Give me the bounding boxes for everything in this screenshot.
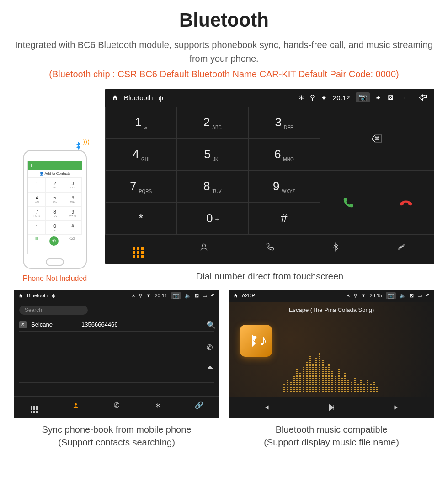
call-actions [320,171,434,235]
phone-caption: Phone Not Included [14,274,96,283]
call-button[interactable] [341,195,354,210]
app-name: A2DP [242,293,255,298]
volume-icon[interactable]: 🔈 [400,293,406,299]
call-icon[interactable]: ✆ [207,343,216,352]
key-star[interactable]: * [105,203,177,235]
key-8[interactable]: 8TUV [177,171,249,203]
usb-icon: ψ [52,293,55,298]
camera-icon[interactable]: 📷 [356,92,370,102]
add-contacts-row: 👤 Add to Contacts [28,170,82,178]
recents-icon[interactable]: ▭ [203,293,207,299]
back-icon[interactable] [418,92,428,103]
recents-icon[interactable]: ▭ [417,293,422,299]
track-title: Escape (The Pina Colada Song) [229,302,434,318]
contact-initial: S [19,321,27,328]
key-7[interactable]: 7PQRS [105,171,177,203]
dialer-caption: Dial number direct from touchscreen [105,270,434,283]
volume-icon[interactable]: 🔈 [185,293,191,299]
bluetooth-status-icon: ∗ [131,293,135,299]
location-icon: ⚲ [354,293,357,299]
delete-icon[interactable]: 🗑 [207,365,216,374]
music-caption: Bluetooth music compatible(Support displ… [229,423,434,449]
tab-keypad[interactable] [105,235,171,264]
page-title: Bluetooth [14,9,434,31]
wifi-icon [320,94,327,101]
tab-bluetooth[interactable]: ∗ [137,397,178,418]
contact-row[interactable]: S Seicane 13566664466 [19,318,214,332]
home-icon[interactable] [233,293,238,298]
play-pause-button[interactable] [327,402,336,412]
back-icon[interactable]: ↶ [426,293,430,299]
phone-call-button: ✆ [49,236,59,246]
visualizer [283,351,425,392]
tab-bluetooth[interactable] [303,235,368,264]
clock: 20:12 [333,94,350,102]
location-icon: ⚲ [139,293,143,299]
app-name: Bluetooth [124,94,153,102]
phonebook-caption: Sync phone-book from mobile phone(Suppor… [14,423,219,449]
tab-contacts[interactable] [171,235,237,264]
key-hash[interactable]: # [248,203,320,235]
hangup-button[interactable] [400,195,412,210]
bluetooth-status-icon: ∗ [346,293,350,299]
svg-point-0 [203,244,206,247]
svg-point-1 [75,403,77,406]
key-2[interactable]: 2ABC [177,107,249,139]
search-input[interactable]: Search [19,306,88,315]
home-icon[interactable] [18,293,23,298]
key-0[interactable]: 0+ [177,203,249,235]
tab-keypad[interactable] [14,397,55,418]
album-art-icon: ♪ [240,325,272,357]
prev-track-button[interactable] [262,402,271,412]
recents-icon[interactable]: ▭ [399,93,405,102]
camera-icon[interactable]: 📷 [171,292,181,299]
location-icon: ⚲ [310,93,315,102]
signal-waves-icon: ⟩⟩⟩ [83,138,90,145]
next-track-button[interactable] [392,402,400,412]
app-name: Bluetooth [27,293,48,298]
phone-top-bar: ⋮ [28,161,82,170]
wifi-icon: ▼ [146,293,151,298]
tab-pair[interactable] [368,235,434,264]
key-4[interactable]: 4GHI [105,139,177,171]
key-5[interactable]: 5JKL [177,139,249,171]
spec-line: (Bluetooth chip : CSR BC6 Default Blueto… [14,69,434,80]
volume-icon[interactable] [375,94,382,101]
usb-icon: ψ [158,94,163,102]
dialer-screen: Bluetooth ψ ∗ ⚲ 20:12 📷 ⊠ ▭ 1∞ 2ABC 3 [105,89,434,264]
key-1[interactable]: 1∞ [105,107,177,139]
subtitle: Integrated with BC6 Bluetooth module, su… [14,38,434,65]
bluetooth-icon [73,140,84,152]
contact-number: 13566664466 [81,321,118,328]
tab-recent[interactable]: ✆ [96,397,137,418]
music-screen: A2DP ∗ ⚲ ▼ 20:15 📷 🔈 ⊠ ▭ ↶ Escape (The P… [229,290,434,418]
clock: 20:11 [155,293,167,298]
smartphone-illustration: ⟩⟩⟩ ⋮ 👤 Add to Contacts 1 2ABC3DEF 4GHI5… [23,150,87,269]
backspace-key[interactable] [320,107,434,171]
tab-pair[interactable]: 🔗 [178,397,219,418]
clock: 20:15 [369,293,382,298]
camera-icon[interactable]: 📷 [386,292,396,299]
key-9[interactable]: 9WXYZ [248,171,320,203]
contact-name: Seicane [31,321,77,328]
bluetooth-status-icon: ∗ [299,93,304,102]
phonebook-screen: Bluetooth ψ ∗ ⚲ ▼ 20:11 📷 🔈 ⊠ ▭ ↶ Search [14,290,219,418]
tab-contacts[interactable] [55,397,96,418]
search-icon[interactable]: 🔍 [207,321,216,329]
wifi-icon: ▼ [361,293,366,298]
close-icon[interactable]: ⊠ [388,93,394,102]
key-3[interactable]: 3DEF [248,107,320,139]
key-6[interactable]: 6MNO [248,139,320,171]
close-icon[interactable]: ⊠ [410,293,414,299]
close-icon[interactable]: ⊠ [195,293,199,299]
back-icon[interactable]: ↶ [211,293,215,299]
home-icon[interactable] [112,94,118,101]
tab-recent[interactable] [237,235,303,264]
